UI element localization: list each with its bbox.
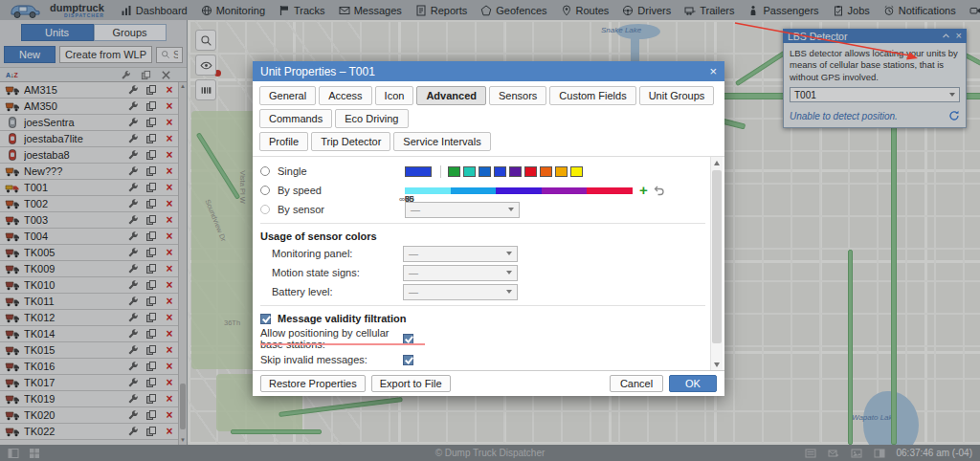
sensor-colors-heading: Usage of sensor colors xyxy=(260,230,377,242)
skip-invalid-row: Skip invalid messages: xyxy=(260,350,705,369)
track-color-single-row: Single xyxy=(260,162,705,181)
color-swatch[interactable] xyxy=(509,166,522,177)
advanced-tab-content: Single By speed 030556575∞ + By sensor xyxy=(253,156,724,370)
tab-general[interactable]: General xyxy=(259,86,316,105)
radio-by-sensor-label: By sensor xyxy=(278,204,405,215)
color-swatch[interactable] xyxy=(524,166,537,177)
speed-segment[interactable] xyxy=(405,187,451,194)
sensor-colors-heading-row: Usage of sensor colors xyxy=(260,228,705,244)
chevron-down-icon xyxy=(508,208,514,211)
unit-properties-dialog: Unit Properties – T001 × GeneralAccessIc… xyxy=(253,61,724,396)
cancel-button[interactable]: Cancel xyxy=(610,375,663,392)
dialog-tabs: GeneralAccessIconAdvancedSensorsCustom F… xyxy=(253,81,724,156)
tab-advanced[interactable]: Advanced xyxy=(416,86,486,105)
undo-icon[interactable] xyxy=(654,185,665,196)
validity-filtration-checkbox[interactable] xyxy=(260,314,271,324)
color-swatch[interactable] xyxy=(555,166,568,177)
tab-icon[interactable]: Icon xyxy=(375,86,414,105)
tab-sensors[interactable]: Sensors xyxy=(489,86,546,105)
color-swatch[interactable] xyxy=(540,166,552,177)
tab-unit-groups[interactable]: Unit Groups xyxy=(639,86,715,105)
dialog-footer: Restore Properties Export to File Cancel… xyxy=(253,370,724,396)
radio-single-label: Single xyxy=(278,165,405,177)
section-divider xyxy=(260,305,705,306)
chevron-down-icon xyxy=(506,271,512,274)
color-swatch[interactable] xyxy=(570,166,583,177)
battery-level-row: Battery level: — xyxy=(260,282,705,301)
chevron-down-icon xyxy=(506,290,512,294)
by-sensor-select[interactable]: — xyxy=(405,202,520,218)
tab-custom-fields[interactable]: Custom Fields xyxy=(549,86,635,105)
tab-commands[interactable]: Commands xyxy=(259,109,332,128)
scroll-up-icon[interactable] xyxy=(711,157,723,168)
radio-by-sensor[interactable] xyxy=(260,205,270,214)
tab-trip-detector[interactable]: Trip Detector xyxy=(311,132,390,151)
color-swatch[interactable] xyxy=(479,166,491,177)
monitoring-panel-select[interactable]: — xyxy=(403,246,518,262)
motion-state-row: Motion state signs: — xyxy=(260,263,705,282)
radio-by-speed-label: By speed xyxy=(278,185,405,196)
scroll-down-icon[interactable] xyxy=(711,359,723,370)
skip-invalid-checkbox[interactable] xyxy=(403,355,413,365)
dialog-title: Unit Properties – T001 xyxy=(260,65,375,78)
close-icon[interactable]: × xyxy=(709,65,717,77)
annotation-underline xyxy=(260,343,425,345)
color-swatch[interactable] xyxy=(494,166,506,177)
track-color-by-sensor-row: By sensor — xyxy=(260,200,705,219)
speed-color-scale: 030556575∞ xyxy=(405,187,633,194)
export-to-file-button[interactable]: Export to File xyxy=(371,375,451,392)
tab-profile[interactable]: Profile xyxy=(259,132,308,151)
speed-segment[interactable] xyxy=(496,187,542,194)
dialog-scrollbar[interactable] xyxy=(710,157,723,370)
speed-segment[interactable] xyxy=(542,187,588,194)
restore-properties-button[interactable]: Restore Properties xyxy=(260,375,366,392)
color-swatch[interactable] xyxy=(463,166,476,177)
cellular-positioning-row: Allow positioning by cellular base stati… xyxy=(260,327,705,350)
section-divider xyxy=(260,223,705,224)
add-speed-interval-icon[interactable]: + xyxy=(639,185,648,196)
tab-eco-driving[interactable]: Eco Driving xyxy=(335,109,408,128)
radio-single[interactable] xyxy=(260,166,270,176)
tab-access[interactable]: Access xyxy=(319,86,371,105)
palette-divider xyxy=(440,165,441,178)
app-screen: dumptruck DISPATCHER DashboardMonitoring… xyxy=(0,0,980,461)
battery-level-select[interactable]: — xyxy=(403,284,518,300)
monitoring-panel-row: Monitoring panel: — xyxy=(260,244,705,263)
tab-service-intervals[interactable]: Service Intervals xyxy=(393,132,490,151)
motion-state-select[interactable]: — xyxy=(403,265,518,281)
ok-button[interactable]: OK xyxy=(669,375,717,392)
speed-segment[interactable] xyxy=(587,187,633,194)
single-color-swatch[interactable] xyxy=(405,166,432,177)
cellular-positioning-checkbox[interactable] xyxy=(403,334,413,344)
track-color-by-speed-row: By speed 030556575∞ + xyxy=(260,181,705,200)
min-satellites-row: Minimum satellites: xyxy=(260,369,705,370)
scrollbar-thumb[interactable] xyxy=(712,170,722,343)
radio-by-speed[interactable] xyxy=(260,186,270,195)
chevron-down-icon xyxy=(506,252,512,255)
dialog-header[interactable]: Unit Properties – T001 × xyxy=(253,61,724,81)
speed-segment[interactable] xyxy=(451,187,497,194)
color-swatch[interactable] xyxy=(448,166,460,177)
validity-heading-row: Message validity filtration xyxy=(260,310,705,327)
validity-heading: Message validity filtration xyxy=(278,313,406,324)
